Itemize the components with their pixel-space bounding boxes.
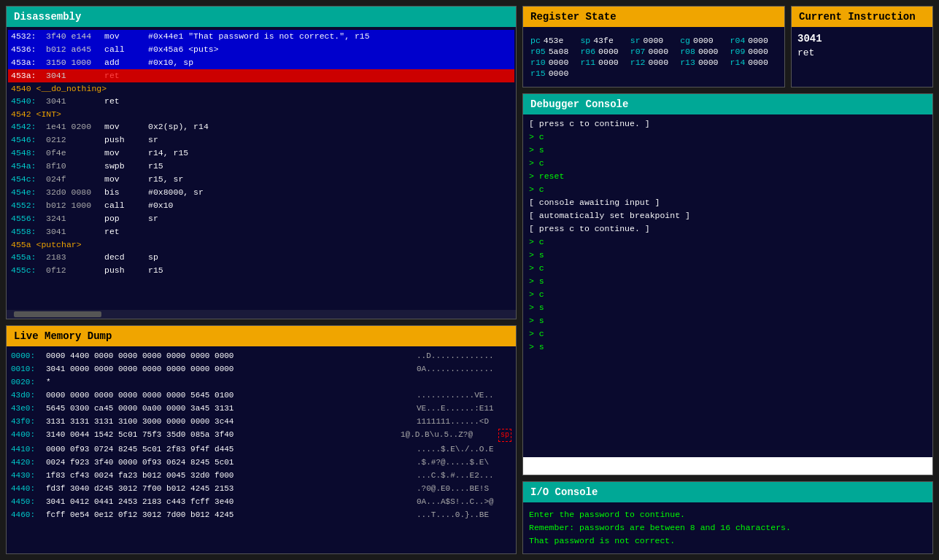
reg-val: 43fe: [593, 36, 614, 45]
reg-name: cg: [680, 36, 690, 45]
memory-line: 43d0:0000 0000 0000 0000 0000 0000 5645 …: [8, 389, 514, 402]
current-instruction-header: Current Instruction: [792, 7, 932, 27]
asm-label: 455a <putchar>: [8, 238, 514, 251]
mem-ascii: 0A..............: [417, 363, 511, 375]
mem-bytes: 0000 4400 0000 0000 0000 0000 0000 0000: [46, 350, 411, 362]
asm-mnem: call: [104, 44, 148, 55]
mem-bytes: 3131 3131 3131 3100 3000 0000 0000 3c44: [46, 416, 411, 427]
reg-name: r06: [580, 47, 595, 56]
reg-name: r10: [530, 58, 546, 67]
asm-line[interactable]: 4540:3041ret: [8, 95, 514, 108]
reg-pair: r130000: [680, 58, 727, 67]
io-console-content: Enter the password to continue.Remember:…: [523, 502, 932, 553]
asm-mnem: mov: [104, 174, 148, 185]
reg-val: 0000: [549, 58, 569, 67]
reg-pair: r100000: [530, 58, 577, 67]
mem-addr: 4440:: [11, 483, 46, 494]
disassembly-header: Disassembly: [7, 7, 516, 27]
debugger-line: > s: [529, 341, 927, 354]
asm-line[interactable]: 454c:024fmovr15, sr: [8, 173, 514, 186]
asm-line[interactable]: 4548:0f4emovr14, r15: [8, 147, 514, 160]
mem-bytes: 3041 0000 0000 0000 0000 0000 0000 0000: [46, 363, 411, 375]
reg-val: 5a08: [549, 47, 569, 56]
mem-bytes: 0000 0f93 0724 8245 5c01 2f83 9f4f d445: [46, 443, 411, 455]
reg-pair: r120000: [630, 58, 677, 67]
reg-val: 0000: [644, 36, 664, 45]
asm-addr: 455c:: [11, 265, 46, 276]
mem-addr: 43f0:: [11, 416, 46, 427]
reg-val: 453e: [544, 36, 564, 45]
asm-line[interactable]: 453a:3150 1000add#0x10, sp: [8, 56, 514, 69]
asm-operands: r14, r15: [148, 147, 511, 159]
reg-pair: r090000: [730, 47, 777, 56]
asm-addr: 4548:: [11, 147, 46, 159]
asm-operands: [148, 96, 511, 107]
reg-val: 0000: [698, 47, 719, 56]
asm-operands: r15: [148, 160, 511, 172]
disassembly-hscroll-thumb[interactable]: [14, 311, 101, 317]
reg-val: 0000: [598, 58, 619, 67]
reg-val: 0000: [649, 47, 669, 56]
asm-operands: [148, 226, 511, 238]
asm-line[interactable]: 455a:2183decdsp: [8, 251, 514, 264]
debugger-line: > c: [529, 262, 927, 275]
asm-line[interactable]: 4542:1e41 0200mov0x2(sp), r14: [8, 120, 514, 133]
reg-name: r11: [580, 58, 595, 67]
debugger-line: > s: [529, 144, 927, 157]
mem-bytes: 0024 f923 3f40 0000 0f93 0624 8245 5c01: [46, 456, 411, 468]
asm-bytes: b012 a645: [46, 44, 104, 55]
disassembly-content[interactable]: 4532:3f40 e144mov#0x44e1 "That password …: [7, 27, 516, 310]
mem-addr: 0010:: [11, 363, 46, 375]
memory-dump-header: Live Memory Dump: [7, 326, 516, 346]
current-instruction-panel: Current Instruction 3041 ret: [791, 6, 933, 88]
reg-name: r07: [630, 47, 646, 56]
reg-pair: sr0000: [630, 36, 677, 45]
memory-dump-content[interactable]: 0000:0000 4400 0000 0000 0000 0000 0000 …: [7, 346, 516, 553]
reg-val: 0000: [748, 47, 768, 56]
debugger-line: > s: [529, 275, 927, 288]
asm-mnem: add: [104, 57, 148, 69]
mem-bytes: 3041 0412 0441 2453 2183 c443 fcff 3e40: [46, 496, 411, 508]
asm-operands: #0x8000, sr: [148, 187, 511, 198]
mem-addr: 4450:: [11, 496, 46, 508]
debugger-line: > c: [529, 288, 927, 301]
mem-ascii: 0A...A$S!..C..>@: [417, 496, 511, 508]
asm-line[interactable]: 4546:0212pushsr: [8, 133, 514, 147]
mem-addr: 43e0:: [11, 402, 46, 414]
right-column: Register State pc453esp43fesr0000cg0000r…: [522, 6, 933, 554]
asm-line[interactable]: 4536:b012 a645call#0x45a6 <puts>: [8, 43, 514, 56]
asm-operands: sp: [148, 252, 511, 263]
asm-line[interactable]: 4556:3241popsr: [8, 212, 514, 225]
debugger-line: > c: [529, 327, 927, 341]
asm-line[interactable]: 4552:b012 1000call#0x10: [8, 199, 514, 212]
mem-bytes: 3140 0044 1542 5c01 75f3 35d0 085a 3f40: [46, 429, 395, 442]
debugger-line: > reset: [529, 170, 927, 183]
debugger-console-content[interactable]: [ press c to continue. ]> c> s> c> reset…: [523, 114, 932, 457]
asm-mnem: mov: [104, 121, 148, 133]
reg-name: r05: [530, 47, 546, 56]
debugger-input[interactable]: [523, 457, 932, 475]
asm-bytes: 1e41 0200: [46, 121, 104, 133]
asm-line[interactable]: 454a:8f10swpbr15: [8, 160, 514, 173]
reg-val: 0000: [748, 58, 768, 67]
asm-line[interactable]: 455c:0f12pushr15: [8, 264, 514, 277]
asm-mnem: decd: [104, 252, 148, 263]
asm-addr: 454e:: [11, 187, 46, 198]
asm-line[interactable]: 454e:32d0 0080bis#0x8000, sr: [8, 186, 514, 199]
asm-line[interactable]: 4532:3f40 e144mov#0x44e1 "That password …: [8, 30, 514, 43]
mem-ascii: ...T....0.}..BE: [417, 509, 511, 521]
debugger-line: [ console awaiting input ]: [529, 196, 927, 209]
mem-addr: 43d0:: [11, 389, 46, 401]
disassembly-hscroll[interactable]: [7, 310, 516, 319]
reg-name: r12: [630, 58, 646, 67]
memory-line: 4420:0024 f923 3f40 0000 0f93 0624 8245 …: [8, 456, 514, 469]
reg-pair: r055a08: [530, 47, 577, 56]
asm-line[interactable]: 4558:3041ret: [8, 225, 514, 238]
mem-ascii: ............VE..: [417, 389, 511, 401]
asm-line[interactable]: 453a:3041ret: [8, 69, 514, 82]
asm-mnem: mov: [104, 147, 148, 159]
io-console-header: I/O Console: [523, 482, 932, 502]
mem-ascii: 1@.D.B\u.5..Z?@: [401, 429, 495, 442]
asm-mnem: pop: [104, 213, 148, 225]
reg-pair: cg0000: [680, 36, 727, 45]
